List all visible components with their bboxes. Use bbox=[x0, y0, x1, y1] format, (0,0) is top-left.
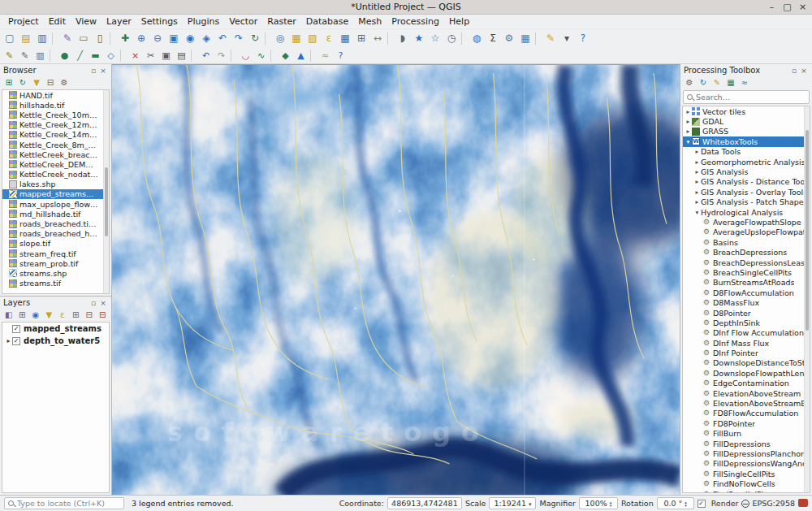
browser-item[interactable]: Kettle_Creek_10m… bbox=[2, 110, 109, 119]
browser-item[interactable]: Kettle_Creek_14m… bbox=[2, 130, 109, 140]
grid-icon[interactable]: ▦ bbox=[517, 31, 533, 46]
remove-layer-icon[interactable]: ⊟ bbox=[97, 310, 110, 322]
toolbox-item[interactable]: FD8FlowAccumulation bbox=[683, 409, 810, 418]
magnifier-spinbox[interactable]: 100% bbox=[579, 497, 618, 509]
zoom-out-icon[interactable]: ⊖ bbox=[149, 31, 166, 46]
toolbox-item[interactable]: DepthInSink bbox=[683, 318, 810, 327]
toolbox-item[interactable]: BreachDepressionsLeast… bbox=[683, 258, 810, 267]
help-contents-icon[interactable]: ? bbox=[575, 31, 591, 46]
snapping-options-icon[interactable]: ◡ bbox=[238, 48, 253, 63]
zoom-full-icon[interactable]: ▣ bbox=[166, 31, 182, 46]
layout-manager-icon[interactable]: ▯ bbox=[92, 31, 108, 46]
new-print-layout-icon[interactable]: ▭ bbox=[76, 31, 92, 46]
toolbox-item[interactable]: AverageUpslopeFlowpat… bbox=[683, 227, 810, 237]
locate-search[interactable]: Type to locate (Ctrl+K) bbox=[4, 497, 124, 509]
menu-item[interactable]: Processing bbox=[387, 15, 444, 28]
identify-features-icon[interactable]: ◎ bbox=[272, 31, 288, 46]
toolbox-item[interactable]: FindParallelFlow bbox=[683, 489, 810, 493]
temporal-controller-icon[interactable]: ◷ bbox=[443, 31, 460, 46]
collapse-all-icon[interactable]: ⊟ bbox=[83, 310, 96, 322]
processing-settings-icon[interactable]: ⚙ bbox=[501, 31, 517, 46]
edit-in-place-icon[interactable]: ✎ bbox=[710, 77, 723, 89]
toolbox-item[interactable]: ▸ Vector tiles bbox=[683, 106, 810, 116]
toolbox-item[interactable]: FillDepressions bbox=[683, 439, 810, 448]
toolbox-item[interactable]: FD8Pointer bbox=[683, 418, 810, 428]
layer-visibility-checkbox[interactable] bbox=[12, 325, 20, 333]
browser-item[interactable]: KettleCreek_nodat… bbox=[2, 170, 109, 180]
expander-icon[interactable]: ▸ bbox=[693, 178, 701, 185]
filter-expression-icon[interactable]: ε bbox=[56, 310, 69, 322]
toolbox-item[interactable]: DInf Pointer bbox=[683, 348, 810, 357]
toolbox-item[interactable]: ▸ GRASS bbox=[683, 127, 810, 136]
toolbox-search[interactable] bbox=[683, 90, 810, 104]
toolbox-item[interactable]: ▸ Data Tools bbox=[683, 147, 810, 157]
toolbox-item[interactable]: ElevationAboveStream bbox=[683, 388, 810, 398]
browser-item[interactable]: Kettle_Creek_8m_… bbox=[2, 140, 109, 149]
menu-item[interactable]: Raster bbox=[262, 15, 300, 28]
toolbox-item[interactable]: ▸ GDAL bbox=[683, 116, 810, 126]
close-panel-icon[interactable] bbox=[98, 299, 108, 307]
zoom-next-icon[interactable]: ↷ bbox=[231, 31, 247, 46]
toolbox-item[interactable]: DownslopeFlowpathLen… bbox=[683, 368, 810, 378]
browser-item[interactable]: KettleCreek_breac… bbox=[2, 149, 109, 159]
expander-icon[interactable]: ▸ bbox=[693, 198, 701, 206]
menu-item[interactable]: Help bbox=[444, 15, 474, 28]
layer-styling-icon[interactable]: ◧ bbox=[2, 310, 15, 322]
zoom-to-selection-icon[interactable]: ◉ bbox=[182, 31, 198, 46]
menu-item[interactable]: Settings bbox=[136, 15, 183, 28]
browser-refresh-icon[interactable]: ↻ bbox=[16, 77, 29, 89]
browser-item[interactable]: roads_breached.ti… bbox=[2, 219, 109, 228]
filter-legend-icon[interactable]: ▼ bbox=[43, 310, 56, 322]
layer-visibility-checkbox[interactable] bbox=[12, 337, 20, 345]
delete-selected-icon[interactable]: × bbox=[127, 48, 143, 63]
select-features-icon[interactable]: ▦ bbox=[288, 31, 304, 46]
toolbox-item[interactable]: ▸ Geomorphometric Analysis bbox=[683, 157, 810, 167]
maximize-button[interactable]: ▢ bbox=[780, 2, 795, 12]
render-checkbox[interactable] bbox=[698, 500, 706, 508]
save-layer-edits-icon[interactable]: ▥ bbox=[32, 48, 48, 63]
cut-features-icon[interactable]: ✂ bbox=[143, 48, 158, 63]
float-panel-icon[interactable] bbox=[789, 67, 799, 75]
refresh-map-icon[interactable]: ↻ bbox=[247, 31, 263, 46]
browser-item[interactable]: lakes.shp bbox=[2, 180, 109, 189]
toolbox-item[interactable]: DInf Mass Flux bbox=[683, 338, 810, 348]
select-by-expression-icon[interactable]: ε bbox=[321, 31, 337, 46]
float-panel-icon[interactable] bbox=[89, 67, 98, 75]
toolbox-item[interactable]: BreachSingleCellPits bbox=[683, 267, 810, 277]
browser-item[interactable]: max_upslope_flow… bbox=[2, 199, 109, 209]
browser-properties-icon[interactable]: ⚙ bbox=[58, 77, 71, 89]
expander-icon[interactable]: ▾ bbox=[693, 209, 701, 216]
crs-button[interactable]: EPSG:2958 bbox=[741, 499, 795, 508]
add-polygon-feature-icon[interactable]: ▬ bbox=[88, 48, 103, 63]
minimize-button[interactable]: – bbox=[764, 2, 780, 12]
browser-filter-icon[interactable]: ▼ bbox=[30, 77, 43, 89]
whitebox-plugin-icon[interactable]: ▲ bbox=[293, 48, 309, 63]
expander-icon[interactable]: ▸ bbox=[5, 337, 12, 344]
menu-item[interactable]: Vector bbox=[224, 15, 262, 28]
toolbox-item[interactable]: ▾ WhiteboxTools bbox=[683, 136, 810, 146]
deselect-features-icon[interactable]: ▧ bbox=[304, 31, 321, 46]
new-bookmark-icon[interactable]: ★ bbox=[411, 31, 427, 46]
toolbox-item[interactable]: FillBurn bbox=[683, 429, 810, 439]
browser-add-layer-icon[interactable]: ⊞ bbox=[2, 77, 15, 89]
expander-icon[interactable]: ▸ bbox=[693, 158, 701, 166]
python-icon[interactable]: ≈ bbox=[738, 77, 751, 89]
dropdown-icon[interactable] bbox=[526, 499, 532, 508]
toolbox-item[interactable]: D8FlowAccumulation bbox=[683, 288, 810, 297]
annotation-combo-icon[interactable]: ✎ bbox=[542, 31, 559, 46]
toolbox-search-input[interactable] bbox=[696, 93, 806, 102]
zoom-native-resolution-icon[interactable]: ◍ bbox=[469, 31, 485, 46]
toolbox-item[interactable]: D8MassFlux bbox=[683, 297, 810, 307]
toolbox-item[interactable]: ▾ Hydrological Analysis bbox=[683, 207, 810, 217]
rotation-spinbox[interactable]: 0.0 ° bbox=[657, 497, 694, 509]
toolbox-item[interactable]: ▸ GIS Analysis - Distance Tools bbox=[683, 177, 810, 187]
toolbox-item[interactable]: BreachDepressions bbox=[683, 247, 810, 257]
paste-features-icon[interactable]: ▤ bbox=[174, 48, 189, 63]
menu-item[interactable]: Mesh bbox=[353, 15, 387, 28]
project-open-icon[interactable]: ▤ bbox=[18, 31, 34, 46]
toolbox-item[interactable]: FindNoFlowCells bbox=[683, 479, 810, 488]
menu-item[interactable]: View bbox=[71, 15, 102, 28]
toolbox-item[interactable]: FillDepressionsPlanchon… bbox=[683, 448, 810, 458]
toolbox-item[interactable]: Basins bbox=[683, 237, 810, 247]
browser-item[interactable]: hillshade.tif bbox=[2, 100, 109, 110]
